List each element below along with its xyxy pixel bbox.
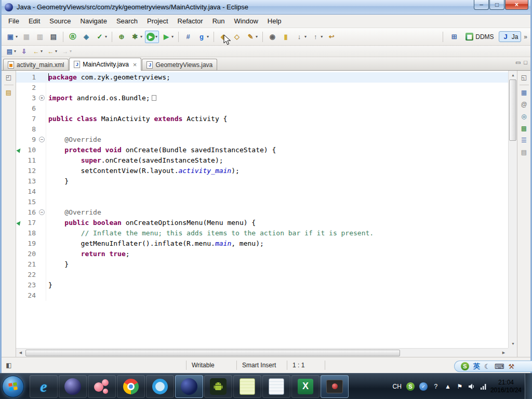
dropdown-arrow-icon[interactable]: ▾ [256, 34, 258, 39]
line-number[interactable]: 12 [22, 166, 38, 176]
collapsed-code-icon[interactable] [152, 95, 156, 101]
taskbar-chrome-button[interactable] [117, 375, 145, 398]
sogou-logo-icon[interactable]: S [461, 362, 469, 370]
java-perspective-button[interactable]: J Ja [499, 31, 522, 42]
code-line[interactable]: 3+import android.os.Bundle; [16, 93, 508, 103]
taskbar-internet-explorer-button[interactable]: e [30, 375, 58, 398]
android-lint-icon[interactable]: ✓▾ [94, 31, 109, 43]
junit-icon[interactable]: ▩ [520, 124, 529, 133]
code-line[interactable]: 15 [16, 197, 508, 207]
help-tray-icon[interactable]: ? [432, 383, 440, 390]
dropdown-arrow-icon[interactable]: ▾ [14, 49, 16, 54]
menu-navigate[interactable]: Navigate [76, 15, 112, 27]
menu-edit[interactable]: Edit [24, 15, 45, 27]
clock[interactable]: 21:04 2016/10/24 [487, 379, 525, 394]
security-tray-icon[interactable]: ✓ [419, 382, 428, 391]
code-editor[interactable]: 1package com.zyk.geometryviews;23+import… [16, 71, 517, 357]
code-line[interactable]: 18 // Inflate the menu; this adds items … [16, 228, 508, 238]
code-text[interactable]: } [46, 259, 508, 270]
volume-icon[interactable] [468, 383, 475, 390]
taskbar-screen-recorder-button[interactable] [321, 375, 349, 398]
outline-icon[interactable]: ☰ [520, 136, 529, 145]
dropdown-arrow-icon[interactable]: ▾ [140, 34, 142, 39]
next-annotation-icon[interactable]: ↓▾ [293, 31, 308, 43]
menu-refactor[interactable]: Refactor [173, 15, 208, 27]
line-number[interactable]: 14 [22, 187, 38, 197]
vertical-scrollbar[interactable]: ▲ ▼ [508, 71, 517, 348]
code-line[interactable]: 21 } [16, 259, 508, 270]
code-line[interactable]: 16− @Override [16, 207, 508, 218]
menu-window[interactable]: Window [230, 15, 263, 27]
search-icon[interactable]: ◉ [266, 31, 278, 43]
dropdown-arrow-icon[interactable]: ▾ [70, 49, 72, 54]
dropdown-arrow-icon[interactable]: ▾ [41, 49, 43, 54]
network-icon[interactable] [480, 383, 487, 390]
back-history-icon[interactable]: ←▾ [45, 47, 59, 56]
action-center-icon[interactable]: ⚑ [456, 383, 463, 390]
external-tools-icon[interactable]: ▶▾ [160, 31, 175, 43]
skip-breakpoints-icon[interactable]: # [182, 31, 194, 43]
taskbar-dark-orb-app-button[interactable] [59, 375, 87, 398]
code-line[interactable]: 14 [16, 187, 508, 197]
line-number[interactable]: 23 [22, 280, 38, 290]
code-line[interactable]: 10 protected void onCreate(Bundle savedI… [16, 145, 508, 155]
maximize-button[interactable]: □ [489, 0, 504, 10]
code-line[interactable]: 7public class MainActivity extends Activ… [16, 114, 508, 124]
problems-icon[interactable]: ▤ [520, 148, 529, 157]
code-line[interactable]: 13 } [16, 176, 508, 187]
open-perspective-button[interactable]: ⊞ [448, 31, 460, 43]
code-text[interactable]: @Override [46, 207, 508, 218]
horizontal-scrollbar[interactable]: ◀ ▶ [16, 348, 508, 357]
line-number[interactable]: 9 [22, 135, 38, 145]
code-line[interactable]: 6 [16, 103, 508, 114]
horizontal-scroll-thumb[interactable] [25, 350, 400, 356]
line-number[interactable]: 19 [22, 238, 38, 249]
new-wizard-icon[interactable]: ▣▾ [4, 31, 19, 43]
taskbar-excel-button[interactable]: X [291, 375, 320, 398]
taskbar-blue-ring-app-button[interactable] [146, 375, 174, 398]
code-text[interactable] [46, 187, 508, 197]
code-text[interactable]: super.onCreate(savedInstanceState); [46, 155, 508, 166]
code-line[interactable]: 23} [16, 280, 508, 290]
line-number[interactable]: 3 [22, 93, 38, 103]
menu-source[interactable]: Source [45, 15, 75, 27]
debug-icon[interactable]: ✱▾ [129, 31, 144, 43]
maximize-view-icon[interactable]: □ [524, 59, 527, 66]
fold-expand-icon[interactable]: + [39, 95, 45, 101]
code-text[interactable]: public boolean onCreateOptionsMenu(Menu … [46, 218, 508, 228]
tab-activity-main-xml[interactable]: activity_main.xml [3, 59, 69, 70]
start-button[interactable] [2, 376, 24, 397]
fold-collapse-icon[interactable]: − [39, 209, 45, 215]
new-android-project-icon[interactable]: ⓐ [66, 31, 79, 43]
code-line[interactable]: 8 [16, 124, 508, 135]
java-file-nav-icon[interactable]: ▤▾ [4, 47, 18, 56]
scroll-left-icon[interactable]: ◀ [16, 349, 25, 357]
package-explorer-icon[interactable]: ▤ [4, 88, 14, 97]
vertical-scroll-thumb[interactable] [509, 79, 516, 141]
scroll-right-icon[interactable]: ▶ [499, 349, 508, 357]
fold-collapse-icon[interactable]: − [39, 137, 45, 142]
restore-view-icon[interactable]: ◱ [520, 73, 529, 82]
taskbar-android-tool-button[interactable] [204, 375, 232, 398]
menu-file[interactable]: File [4, 15, 24, 27]
restore-view-icon[interactable]: ◰ [4, 73, 14, 82]
open-type-icon[interactable]: ◇ [231, 31, 243, 43]
code-text[interactable] [46, 197, 508, 207]
code-line[interactable]: 1package com.zyk.geometryviews; [16, 72, 508, 83]
code-text[interactable]: setContentView(R.layout.activity_main); [46, 166, 508, 176]
code-line[interactable]: 11 super.onCreate(savedInstanceState); [16, 155, 508, 166]
ddms-perspective-button[interactable]: ▦ DDMS [462, 31, 497, 42]
code-text[interactable]: public class MainActivity extends Activi… [46, 114, 508, 124]
ime-keyboard-icon[interactable]: ⌨ [495, 363, 504, 370]
code-line[interactable]: 19 getMenuInflater().inflate(R.menu.main… [16, 238, 508, 249]
show-desktop-button[interactable] [525, 374, 532, 399]
code-text[interactable] [46, 290, 508, 301]
taskbar-eclipse-ide-button[interactable] [175, 375, 203, 398]
code-text[interactable]: } [46, 280, 508, 290]
line-number[interactable]: 1 [22, 72, 38, 83]
code-line[interactable]: 24 [16, 290, 508, 301]
dropdown-arrow-icon[interactable]: ▾ [171, 34, 174, 39]
scroll-up-icon[interactable]: ▲ [509, 71, 517, 79]
taskbar-notepad-gray-button[interactable] [262, 375, 290, 398]
code-text[interactable] [46, 124, 508, 135]
